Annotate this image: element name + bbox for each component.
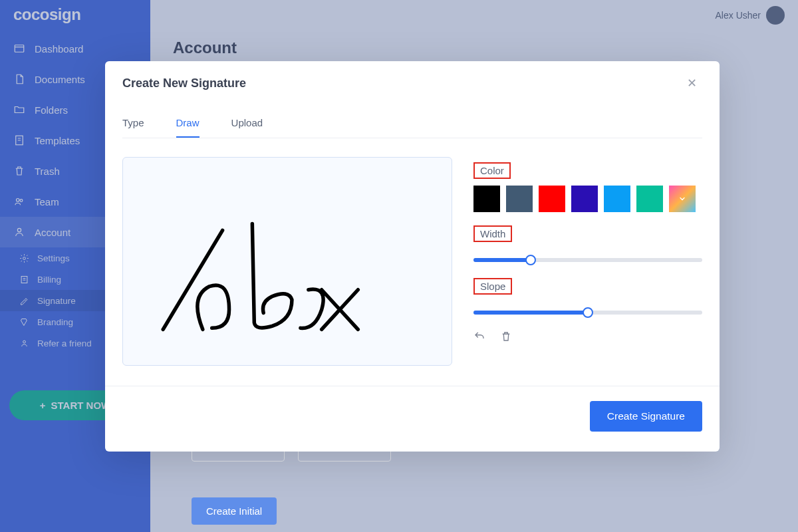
tab-upload[interactable]: Upload [231, 110, 263, 138]
swatch-red[interactable] [539, 186, 565, 212]
width-slider[interactable] [473, 258, 702, 262]
modal-title: Create New Signature [122, 76, 246, 90]
trash-icon [500, 331, 512, 342]
width-slider-thumb[interactable] [525, 255, 536, 265]
swatch-teal[interactable] [636, 186, 663, 212]
create-initial-button[interactable]: Create Initial [192, 497, 277, 525]
modal-tabs: Type Draw Upload [122, 105, 702, 138]
create-signature-modal: Create New Signature ✕ Type Draw Upload … [105, 61, 720, 452]
width-label: Width [473, 225, 512, 242]
chevron-down-icon [678, 195, 686, 203]
tab-draw[interactable]: Draw [176, 110, 200, 138]
slope-label: Slope [473, 278, 512, 295]
close-icon[interactable]: ✕ [682, 73, 702, 93]
create-signature-button[interactable]: Create Signature [590, 401, 702, 432]
undo-icon [473, 331, 485, 342]
swatch-slate[interactable] [506, 186, 533, 212]
swatch-custom[interactable] [669, 186, 696, 212]
signature-canvas[interactable] [122, 157, 452, 366]
undo-button[interactable] [473, 331, 485, 345]
color-label: Color [473, 162, 511, 179]
color-swatches [473, 186, 702, 212]
tab-type[interactable]: Type [122, 110, 144, 138]
slope-slider[interactable] [473, 311, 702, 315]
slope-slider-thumb[interactable] [583, 307, 593, 318]
clear-button[interactable] [500, 331, 512, 345]
signature-controls: Color Width Slope [473, 157, 702, 366]
swatch-blue[interactable] [604, 186, 630, 212]
swatch-black[interactable] [473, 186, 500, 212]
swatch-indigo[interactable] [571, 186, 598, 212]
drawn-signature [123, 158, 452, 365]
